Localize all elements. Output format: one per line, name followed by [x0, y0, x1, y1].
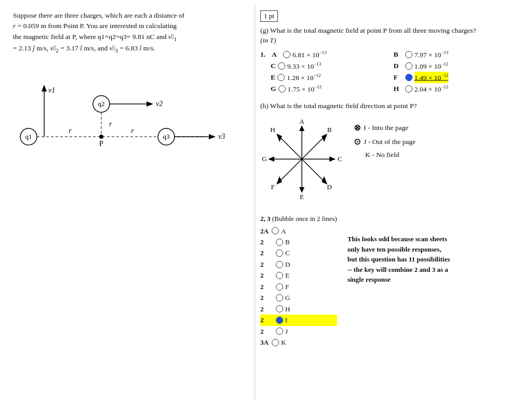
- svg-marker-44: [276, 134, 282, 142]
- direction-I: ⊗ I - Into the page: [354, 123, 416, 133]
- bubble-circle-I[interactable]: [276, 317, 283, 324]
- bubble-header: 2, 3 (Bubble once in 2 lines): [260, 213, 337, 224]
- left-panel: Suppose there are three charges, which a…: [5, 5, 255, 401]
- answer-C: C 9.33 × 10−13: [260, 60, 389, 72]
- svg-marker-1: [42, 85, 47, 91]
- svg-text:D: D: [327, 183, 331, 191]
- svg-line-25: [302, 136, 325, 159]
- svg-text:v1: v1: [48, 86, 55, 94]
- circle-A[interactable]: [283, 51, 290, 58]
- bubble-circle-F[interactable]: [276, 283, 283, 291]
- svg-text:q1: q1: [25, 133, 32, 140]
- question-h-text: (h) What is the total magnetic field dir…: [260, 102, 522, 110]
- problem-text: Suppose there are three charges, which a…: [13, 10, 247, 55]
- svg-marker-15: [147, 101, 153, 107]
- bottom-section: 2, 3 (Bubble once in 2 lines) 2A A 2 B 2: [260, 213, 522, 348]
- bubble-circle-B[interactable]: [276, 239, 283, 246]
- right-panel: 1 pt (g) What is the total magnetic fiel…: [255, 5, 527, 401]
- answer-H: H 2.04 × 10−12: [394, 83, 522, 95]
- bubble-circle-H[interactable]: [276, 305, 283, 312]
- svg-marker-23: [299, 125, 304, 131]
- svg-text:G: G: [262, 155, 267, 163]
- answer-A: 1. A 6.81 × 10−13: [260, 49, 389, 60]
- circle-F[interactable]: [405, 74, 413, 81]
- svg-marker-29: [329, 156, 336, 162]
- svg-marker-38: [276, 176, 282, 185]
- svg-text:r: r: [109, 120, 112, 128]
- svg-line-31: [302, 159, 325, 182]
- bubble-2G: 2 G: [260, 292, 337, 303]
- page: Suppose there are three charges, which a…: [0, 0, 532, 406]
- svg-line-43: [278, 136, 302, 159]
- answer-E: E 1.28 × 10−12: [260, 72, 389, 83]
- question-h: (h) What is the total magnetic field dir…: [260, 102, 522, 206]
- answer-F: F 1.49 × 10−12: [394, 72, 522, 83]
- answer-B: B 7.97 × 10−13: [394, 49, 522, 60]
- svg-line-37: [278, 159, 302, 182]
- bubble-2A: 2A A: [260, 226, 337, 237]
- bubble-2C: 2 C: [260, 247, 337, 258]
- svg-marker-26: [322, 134, 327, 142]
- left-diagram: v1 q1 r P r q2 r: [13, 61, 247, 167]
- svg-text:F: F: [271, 183, 274, 191]
- svg-text:A: A: [299, 117, 304, 125]
- direction-J: ⊙ J - Out of the page: [354, 137, 416, 147]
- circle-G[interactable]: [278, 85, 286, 93]
- bubble-circle-A[interactable]: [272, 227, 279, 234]
- direction-K: K - No field: [354, 151, 416, 159]
- bubble-circle-D[interactable]: [276, 261, 283, 268]
- circle-E[interactable]: [277, 74, 285, 81]
- bubble-circle-E[interactable]: [276, 272, 283, 279]
- bubble-2E: 2 E: [260, 270, 337, 281]
- note-box: This looks odd because scan sheets only …: [348, 213, 451, 348]
- bubble-2D: 2 D: [260, 259, 337, 270]
- svg-marker-20: [209, 134, 216, 139]
- svg-text:H: H: [270, 126, 275, 134]
- bubble-2I: 2 I: [260, 315, 337, 325]
- bubble-2H: 2 H: [260, 304, 337, 315]
- svg-marker-35: [299, 187, 304, 193]
- svg-text:v2: v2: [156, 100, 163, 108]
- pt-badge: 1 pt: [260, 10, 278, 22]
- svg-marker-41: [268, 156, 274, 162]
- svg-text:q2: q2: [98, 100, 105, 108]
- answer-G: G 1.75 × 10−12: [260, 83, 389, 95]
- bubble-2F: 2 F: [260, 281, 337, 292]
- svg-point-7: [99, 135, 103, 139]
- bubble-2J: 2 J: [260, 326, 337, 337]
- answer-D: D 1.09 × 10−12: [394, 60, 522, 72]
- bubble-circle-C[interactable]: [276, 250, 283, 257]
- question-g-text: (g) What is the total magnetic field at …: [260, 26, 522, 46]
- bubble-3A: 3A K: [260, 337, 337, 348]
- svg-text:E: E: [300, 193, 304, 201]
- bubble-circle-K[interactable]: [272, 339, 279, 346]
- bubble-circle-G[interactable]: [276, 294, 283, 302]
- svg-text:P: P: [99, 140, 103, 148]
- svg-text:C: C: [338, 155, 342, 163]
- direction-labels: ⊗ I - Into the page ⊙ J - Out of the pag…: [354, 112, 416, 159]
- svg-text:r: r: [69, 127, 72, 135]
- svg-text:r: r: [131, 127, 134, 135]
- bubble-circle-J[interactable]: [276, 328, 283, 335]
- direction-section: A B C D: [260, 112, 522, 206]
- circle-H[interactable]: [405, 85, 413, 93]
- direction-diagram: A B C D: [260, 117, 343, 201]
- circle-D[interactable]: [405, 62, 413, 70]
- svg-text:B: B: [327, 126, 332, 134]
- circle-B[interactable]: [405, 51, 413, 58]
- bubble-section: 2, 3 (Bubble once in 2 lines) 2A A 2 B 2: [260, 213, 337, 348]
- svg-text:v3: v3: [218, 133, 225, 140]
- question-g: (g) What is the total magnetic field at …: [260, 26, 522, 95]
- svg-text:q3: q3: [163, 133, 170, 140]
- bubble-2B: 2 B: [260, 237, 337, 247]
- circle-C[interactable]: [278, 62, 285, 70]
